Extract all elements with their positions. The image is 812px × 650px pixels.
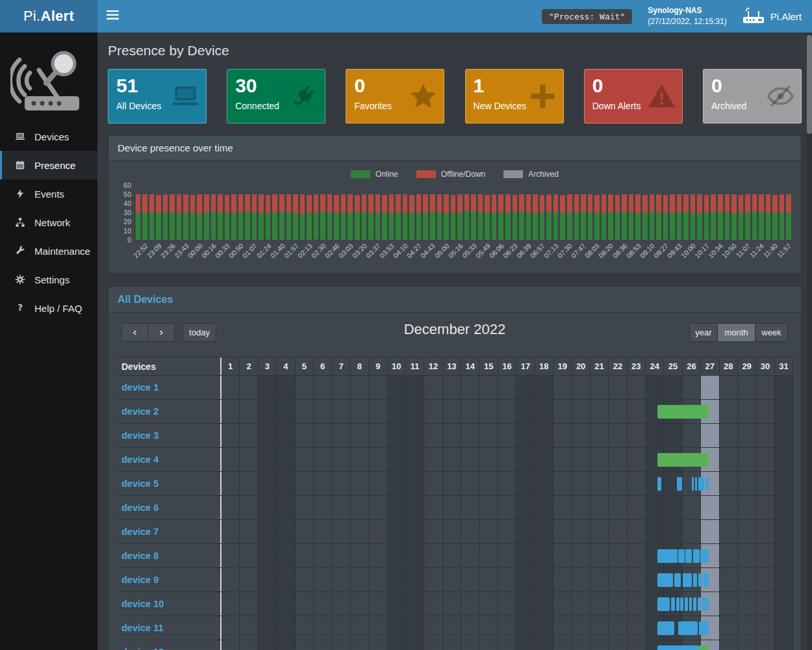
- stacked-bar[interactable]: [608, 194, 613, 240]
- stacked-bar[interactable]: [272, 194, 277, 240]
- presence-segment[interactable]: [705, 477, 709, 491]
- device-link[interactable]: device 1: [121, 382, 159, 393]
- stacked-bar[interactable]: [766, 194, 771, 240]
- stacked-bar[interactable]: [505, 194, 511, 240]
- presence-segment[interactable]: [698, 477, 705, 491]
- stacked-bar[interactable]: [368, 194, 374, 240]
- stacked-bar[interactable]: [492, 194, 497, 240]
- presence-segment[interactable]: [693, 597, 696, 611]
- stacked-bar[interactable]: [677, 194, 682, 240]
- view-button-week[interactable]: week: [755, 323, 788, 342]
- stacked-bar[interactable]: [691, 194, 696, 240]
- stacked-bar[interactable]: [526, 194, 531, 240]
- presence-segment[interactable]: [695, 477, 697, 491]
- stacked-bar[interactable]: [546, 194, 552, 240]
- app-logo[interactable]: Pi.Alert: [0, 0, 97, 32]
- sidebar-item-network[interactable]: Network: [0, 208, 97, 237]
- stacked-bar[interactable]: [642, 195, 648, 240]
- stacked-bar[interactable]: [553, 194, 559, 240]
- stacked-bar[interactable]: [348, 194, 353, 240]
- stacked-bar[interactable]: [745, 194, 750, 240]
- stacked-bar[interactable]: [142, 194, 147, 240]
- presence-segment[interactable]: [671, 597, 676, 611]
- view-button-year[interactable]: year: [689, 323, 718, 342]
- presence-segment[interactable]: [693, 573, 698, 587]
- stacked-bar[interactable]: [513, 195, 518, 240]
- stacked-bar[interactable]: [498, 194, 503, 240]
- stacked-bar[interactable]: [670, 194, 675, 240]
- stacked-bar[interactable]: [238, 194, 244, 240]
- stacked-bar[interactable]: [588, 194, 593, 240]
- presence-segment[interactable]: [657, 453, 709, 467]
- stacked-bar[interactable]: [252, 194, 257, 240]
- stacked-bar[interactable]: [650, 194, 655, 240]
- stacked-bar[interactable]: [581, 194, 586, 240]
- stacked-bar[interactable]: [711, 194, 716, 240]
- sidebar-item-devices[interactable]: Devices: [0, 122, 97, 151]
- stacked-bar[interactable]: [293, 194, 298, 240]
- presence-segment[interactable]: [657, 405, 709, 419]
- summary-card-connected[interactable]: 30Connected: [227, 69, 325, 124]
- stacked-bar[interactable]: [772, 195, 778, 240]
- view-button-month[interactable]: month: [718, 323, 755, 342]
- stacked-bar[interactable]: [540, 195, 545, 240]
- device-link[interactable]: device 8: [121, 551, 159, 561]
- summary-card-down-alerts[interactable]: 0Down Alerts: [584, 69, 683, 124]
- stacked-bar[interactable]: [403, 194, 408, 240]
- stacked-bar[interactable]: [663, 195, 668, 240]
- stacked-bar[interactable]: [396, 194, 401, 240]
- device-link[interactable]: device 10: [121, 599, 164, 609]
- presence-segment[interactable]: [683, 573, 692, 587]
- sidebar-toggle-button[interactable]: [97, 0, 127, 32]
- presence-segment[interactable]: [689, 597, 692, 611]
- stacked-bar[interactable]: [560, 195, 565, 240]
- stacked-bar[interactable]: [170, 194, 175, 240]
- stacked-bar[interactable]: [759, 194, 764, 240]
- presence-segment[interactable]: [678, 621, 698, 635]
- stacked-bar[interactable]: [780, 194, 785, 240]
- stacked-bar[interactable]: [409, 195, 414, 240]
- stacked-bar[interactable]: [327, 194, 333, 240]
- presence-segment[interactable]: [699, 621, 709, 635]
- stacked-bar[interactable]: [149, 194, 155, 240]
- all-devices-link[interactable]: All Devices: [108, 287, 801, 313]
- sidebar-item-maintenance[interactable]: Maintenance: [0, 237, 97, 265]
- stacked-bar[interactable]: [279, 194, 285, 240]
- summary-card-all-devices[interactable]: 51All Devices: [108, 69, 207, 124]
- presence-segment[interactable]: [699, 645, 709, 650]
- stacked-bar[interactable]: [314, 194, 319, 240]
- presence-segment[interactable]: [704, 573, 709, 587]
- presence-segment[interactable]: [678, 549, 684, 563]
- stacked-bar[interactable]: [478, 194, 483, 240]
- presence-segment[interactable]: [685, 549, 692, 563]
- stacked-bar[interactable]: [725, 194, 730, 240]
- stacked-bar[interactable]: [437, 194, 442, 240]
- presence-segment[interactable]: [674, 573, 681, 587]
- device-link[interactable]: device 2: [121, 406, 159, 417]
- presence-segment[interactable]: [698, 597, 701, 611]
- stacked-bar[interactable]: [485, 195, 490, 240]
- presence-segment[interactable]: [677, 477, 682, 491]
- summary-card-archived[interactable]: 0Archived: [703, 69, 802, 124]
- presence-segment[interactable]: [680, 597, 683, 611]
- summary-card-new-devices[interactable]: 1New Devices: [465, 69, 564, 124]
- stacked-bar[interactable]: [533, 194, 538, 240]
- stacked-bar[interactable]: [444, 194, 449, 240]
- stacked-bar[interactable]: [300, 194, 305, 240]
- presence-segment[interactable]: [698, 573, 702, 587]
- stacked-bar[interactable]: [752, 194, 757, 240]
- presence-segment[interactable]: [692, 477, 694, 491]
- sidebar-item-events[interactable]: Events: [0, 179, 97, 208]
- vertical-scrollbar[interactable]: [807, 32, 812, 650]
- presence-segment[interactable]: [702, 597, 705, 611]
- presence-segment[interactable]: [657, 597, 670, 611]
- stacked-bar[interactable]: [307, 195, 312, 240]
- stacked-bar[interactable]: [704, 195, 709, 240]
- stacked-bar[interactable]: [656, 194, 661, 240]
- sidebar-item-settings[interactable]: Settings: [0, 265, 97, 294]
- stacked-bar[interactable]: [731, 194, 737, 240]
- stacked-bar[interactable]: [697, 194, 702, 240]
- sidebar-item-help-faq[interactable]: ?Help / FAQ: [0, 294, 97, 322]
- stacked-bar[interactable]: [286, 194, 292, 240]
- presence-segment[interactable]: [657, 621, 674, 635]
